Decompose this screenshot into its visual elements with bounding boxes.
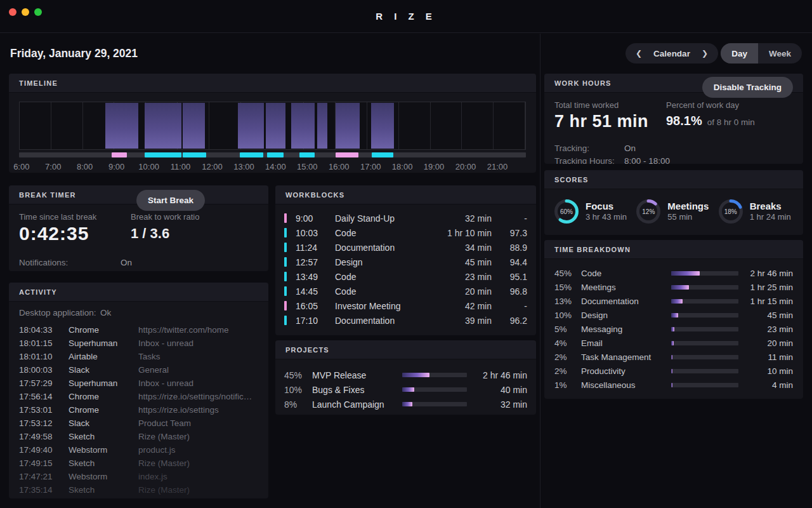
- timeline-workblock: [238, 103, 264, 149]
- activity-time: 17:57:29: [19, 378, 69, 388]
- workblock-row[interactable]: 14:45 Code 20 min 96.8: [284, 284, 527, 298]
- breakdown-time: 23 min: [738, 324, 793, 334]
- break-timer-panel: BREAK TIMER Time since last break 0:42:3…: [9, 185, 268, 271]
- timeline-category-segment: [240, 152, 263, 157]
- activity-row: 17:49:40 Webstorm product.js: [19, 443, 258, 457]
- activity-app: Webstorm: [69, 472, 138, 481]
- workblock-duration: 20 min: [428, 286, 492, 297]
- breakdown-percent: 2%: [554, 366, 581, 376]
- activity-app: Airtable: [69, 352, 138, 361]
- activity-row: 17:49:58 Sketch Rize (Master): [19, 430, 258, 443]
- activity-app: Superhuman: [69, 338, 138, 348]
- workblock-category-icon: [284, 316, 287, 325]
- breakdown-category: Email: [581, 338, 671, 348]
- breakdown-row: 15% Meetings 1 hr 25 min: [554, 280, 793, 294]
- timeline-workblock: [336, 103, 359, 149]
- breakdown-percent: 13%: [554, 297, 581, 306]
- project-name: Launch Campaign: [312, 399, 402, 410]
- timeline-category-segment: [372, 152, 393, 157]
- workblock-row[interactable]: 11:24 Documentation 34 min 88.9: [284, 240, 527, 255]
- workblock-score: 94.4: [492, 257, 527, 267]
- panel-title: TIME BREAKDOWN: [554, 246, 631, 253]
- timeline-workblock: [105, 103, 138, 149]
- workblock-time: 16:05: [296, 301, 335, 311]
- workblock-score: 97.3: [492, 228, 527, 238]
- timeline-hour-label: 6:00: [13, 162, 29, 171]
- timeline-hour-label: 8:00: [77, 162, 93, 171]
- workblock-category-icon: [284, 228, 287, 237]
- score-item: 60% Focus 3 hr 43 min: [551, 198, 632, 225]
- activity-panel: ACTIVITY Desktop application: Ok 18:04:3…: [9, 283, 268, 498]
- workblock-row[interactable]: 12:57 Design 45 min 94.4: [284, 255, 527, 269]
- activity-detail: index.js: [138, 472, 258, 481]
- activity-app: Sketch: [69, 432, 138, 441]
- breakdown-bar: [671, 271, 738, 276]
- timeline-category-segment: [336, 152, 358, 157]
- score-percent: 60%: [553, 198, 580, 225]
- tab-week[interactable]: Week: [758, 43, 802, 64]
- chevron-right-icon[interactable]: ❯: [702, 49, 708, 58]
- day-week-toggle: Day Week: [721, 43, 802, 64]
- activity-app: Sketch: [69, 458, 138, 468]
- timeline-hour-label: 13:00: [233, 162, 254, 171]
- breakdown-bar: [671, 369, 738, 373]
- timeline-axis: 6:00 7:00 8:00 9:00 10:00 11:00 12:00 13…: [19, 161, 526, 173]
- timeline-workblock: [291, 103, 315, 149]
- breakdown-percent: 1%: [554, 380, 581, 390]
- workblock-name: Documentation: [335, 243, 428, 253]
- workblock-row[interactable]: 10:03 Code 1 hr 10 min 97.3: [284, 225, 527, 240]
- activity-row: 18:04:33 Chrome https://twitter.com/home: [19, 323, 258, 337]
- score-label: Meetings: [667, 201, 709, 212]
- workblock-name: Daily Stand-Up: [335, 213, 428, 224]
- window-titlebar: R I Z E: [0, 0, 812, 33]
- workblock-row[interactable]: 9:00 Daily Stand-Up 32 min -: [284, 211, 527, 225]
- workblock-duration: 45 min: [428, 257, 492, 267]
- breakdown-bar-fill: [671, 327, 674, 331]
- activity-app: Chrome: [69, 325, 138, 335]
- timeline-category-segment: [145, 152, 181, 157]
- work-hours-panel: WORK HOURS Total time worked 7 hr 51 min…: [544, 74, 803, 164]
- calendar-button[interactable]: Calendar: [653, 49, 690, 58]
- since-break-label: Time since last break: [19, 212, 96, 222]
- start-break-button[interactable]: Start Break: [136, 190, 205, 211]
- disable-tracking-button[interactable]: Disable Tracking: [702, 77, 793, 98]
- workblock-score: 88.9: [492, 243, 527, 253]
- workblock-time: 13:49: [296, 272, 335, 282]
- timeline-hour-label: 21:00: [487, 162, 508, 171]
- breakdown-bar: [671, 355, 738, 359]
- chevron-left-icon[interactable]: ❮: [636, 49, 642, 58]
- breakdown-bar: [671, 341, 738, 345]
- workblock-row[interactable]: 13:49 Code 23 min 95.1: [284, 269, 527, 284]
- notifications-value: On: [121, 257, 132, 269]
- timeline-hour-label: 14:00: [265, 162, 286, 171]
- activity-app: Webstorm: [69, 445, 138, 455]
- workblock-time: 11:24: [296, 243, 335, 253]
- tab-day[interactable]: Day: [721, 43, 758, 64]
- project-row: 45% MVP Release 2 hr 46 min: [284, 368, 527, 382]
- workblock-row[interactable]: 17:10 Documentation 39 min 96.2: [284, 313, 527, 328]
- page-title: Friday, January 29, 2021: [10, 47, 138, 60]
- project-row: 8% Launch Campaign 32 min: [284, 397, 527, 411]
- timeline-chart[interactable]: [19, 102, 526, 150]
- project-percent: 8%: [284, 399, 312, 410]
- breakdown-bar-fill: [671, 383, 672, 387]
- timeline-workblock: [183, 103, 204, 149]
- time-breakdown-panel: TIME BREAKDOWN 45% Code 2 hr 46 min 15% …: [544, 240, 803, 399]
- workblock-category-icon: [284, 257, 287, 267]
- breakdown-time: 11 min: [738, 352, 793, 362]
- breakdown-row: 2% Task Management 11 min: [554, 350, 793, 364]
- score-ring-chart: 18%: [717, 198, 744, 225]
- workblock-time: 14:45: [296, 286, 335, 297]
- total-time-label: Total time worked: [554, 100, 648, 110]
- workblock-name: Code: [335, 286, 428, 297]
- project-percent: 10%: [284, 385, 312, 395]
- app-title: R I Z E: [0, 11, 812, 22]
- activity-row: 17:53:01 Chrome https://rize.io/settings: [19, 403, 258, 417]
- breakdown-time: 1 hr 15 min: [738, 297, 793, 306]
- activity-detail: Inbox - unread: [138, 378, 258, 388]
- timeline-workblock: [317, 103, 327, 149]
- workblock-row[interactable]: 16:05 Investor Meeting 42 min -: [284, 298, 527, 313]
- total-time-value: 7 hr 51 min: [554, 112, 648, 131]
- workblock-duration: 32 min: [428, 213, 492, 224]
- breakdown-category: Meetings: [581, 283, 671, 292]
